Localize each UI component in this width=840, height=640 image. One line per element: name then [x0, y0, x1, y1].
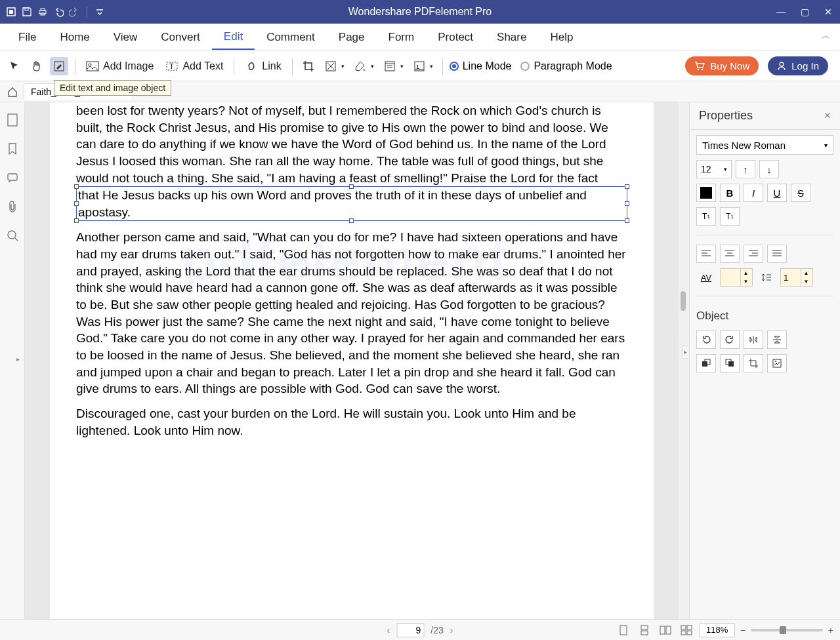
two-page-continuous-view-icon[interactable] [679, 623, 694, 637]
menu-help[interactable]: Help [538, 26, 585, 49]
next-page-icon[interactable]: › [450, 625, 453, 635]
add-text-button[interactable]: TAdd Text [161, 57, 227, 75]
resize-handle-icon[interactable] [74, 201, 79, 206]
zoom-level-display[interactable]: 118% [700, 623, 735, 637]
paragraph-text[interactable]: Another person came and said, "What can … [76, 229, 627, 397]
header-footer-tool-icon[interactable]: ▾ [381, 57, 406, 75]
scroll-thumb[interactable] [681, 291, 686, 311]
watermark-tool-icon[interactable]: ▾ [322, 57, 347, 75]
close-panel-icon[interactable]: × [824, 109, 831, 123]
send-back-button[interactable] [720, 354, 740, 372]
font-family-combo[interactable]: Times New Roman▾ [696, 135, 833, 155]
rotate-right-button[interactable] [720, 330, 740, 349]
prev-page-icon[interactable]: ‹ [387, 625, 390, 635]
link-button[interactable]: Link [241, 57, 285, 75]
paragraph-text[interactable]: Discouraged one, cast your burden on the… [76, 405, 627, 439]
resize-handle-icon[interactable] [349, 184, 354, 189]
menu-home[interactable]: Home [48, 26, 101, 49]
select-tool-icon[interactable] [5, 57, 24, 75]
resize-handle-icon[interactable] [74, 218, 79, 223]
expand-sidebar-icon[interactable]: ▸ [10, 351, 25, 366]
selected-text[interactable]: that He Jesus backs up his own Word and … [78, 188, 587, 219]
pdf-page[interactable]: pdfelement been lost for twenty years? N… [50, 102, 654, 619]
crop-object-button[interactable] [744, 354, 763, 372]
align-justify-button[interactable] [767, 245, 787, 263]
close-icon[interactable]: ✕ [816, 3, 840, 21]
menu-comment[interactable]: Comment [255, 26, 327, 49]
paragraph-mode-radio[interactable]: Paragraph Mode [520, 60, 612, 72]
char-spacing-input[interactable] [721, 269, 740, 286]
single-page-view-icon[interactable] [616, 623, 631, 637]
zoom-in-icon[interactable]: + [828, 625, 833, 635]
resize-handle-icon[interactable] [349, 218, 354, 223]
hand-tool-icon[interactable] [28, 57, 46, 75]
bold-button[interactable]: B [720, 184, 740, 202]
selected-text-box[interactable]: that He Jesus backs up his own Word and … [76, 186, 627, 221]
attachments-icon[interactable] [5, 199, 20, 214]
app-logo-icon[interactable] [5, 6, 17, 18]
bates-numbering-tool-icon[interactable]: 1▾ [410, 57, 436, 75]
italic-button[interactable]: I [744, 184, 763, 202]
line-mode-radio[interactable]: Line Mode [450, 60, 512, 72]
strikethrough-button[interactable]: S [791, 184, 810, 202]
flip-vertical-button[interactable] [767, 330, 787, 349]
crop-tool-icon[interactable] [299, 57, 318, 75]
resize-handle-icon[interactable] [625, 184, 629, 189]
add-image-button[interactable]: Add Image [82, 57, 158, 75]
zoom-slider[interactable] [751, 629, 823, 631]
zoom-out-icon[interactable]: − [740, 625, 746, 635]
menu-protect[interactable]: Protect [426, 26, 485, 49]
minimize-icon[interactable]: — [769, 3, 793, 21]
resize-handle-icon[interactable] [625, 218, 629, 223]
spin-up-icon[interactable]: ▲ [741, 269, 751, 277]
menu-page[interactable]: Page [327, 26, 377, 49]
menu-edit[interactable]: Edit [212, 25, 255, 50]
resize-handle-icon[interactable] [74, 184, 79, 189]
menu-file[interactable]: File [7, 26, 48, 49]
comments-icon[interactable] [5, 170, 20, 185]
line-spacing-input[interactable] [781, 269, 801, 286]
font-size-combo[interactable]: 12▾ [696, 160, 732, 178]
vertical-scrollbar[interactable] [679, 102, 689, 619]
two-page-view-icon[interactable] [658, 623, 673, 637]
continuous-view-icon[interactable] [637, 623, 652, 637]
replace-image-button[interactable] [767, 354, 787, 372]
menu-convert[interactable]: Convert [149, 26, 212, 49]
align-left-button[interactable] [696, 245, 716, 263]
underline-button[interactable]: U [767, 184, 787, 202]
menu-form[interactable]: Form [377, 26, 427, 49]
rotate-left-button[interactable] [696, 330, 716, 349]
customize-qat-icon[interactable] [94, 6, 106, 18]
bookmarks-icon[interactable] [5, 142, 20, 156]
home-tab-icon[interactable] [4, 83, 21, 100]
background-tool-icon[interactable]: ▾ [351, 57, 377, 75]
thumbnails-icon[interactable] [5, 113, 20, 127]
grow-font-button[interactable]: ↑ [736, 160, 755, 178]
align-right-button[interactable] [744, 245, 763, 263]
spin-up-icon[interactable]: ▲ [801, 269, 811, 277]
redo-icon[interactable] [68, 6, 80, 18]
bring-front-button[interactable] [696, 354, 716, 372]
line-spacing-spinner[interactable]: ▲▼ [780, 268, 813, 287]
collapse-panel-icon[interactable]: ▸ [682, 345, 688, 359]
superscript-button[interactable]: T1 [696, 207, 716, 226]
print-icon[interactable] [37, 6, 49, 18]
collapse-ribbon-icon[interactable]: ︿ [822, 30, 831, 42]
edit-object-tool-icon[interactable] [50, 57, 68, 75]
document-viewport[interactable]: pdfelement been lost for twenty years? N… [25, 102, 679, 619]
search-panel-icon[interactable] [5, 228, 20, 243]
font-color-button[interactable] [696, 184, 716, 202]
save-icon[interactable] [21, 6, 33, 18]
maximize-icon[interactable]: ▢ [793, 3, 816, 21]
buy-now-button[interactable]: Buy Now [685, 56, 759, 75]
log-in-button[interactable]: Log In [768, 56, 828, 75]
align-center-button[interactable] [720, 245, 740, 263]
menu-share[interactable]: Share [485, 26, 538, 49]
shrink-font-button[interactable]: ↓ [759, 160, 779, 178]
spin-down-icon[interactable]: ▼ [801, 277, 811, 286]
resize-handle-icon[interactable] [625, 201, 629, 206]
subscript-button[interactable]: T1 [720, 207, 740, 226]
menu-view[interactable]: View [102, 26, 150, 49]
slider-knob[interactable] [780, 626, 786, 634]
page-number-input[interactable] [396, 623, 424, 637]
